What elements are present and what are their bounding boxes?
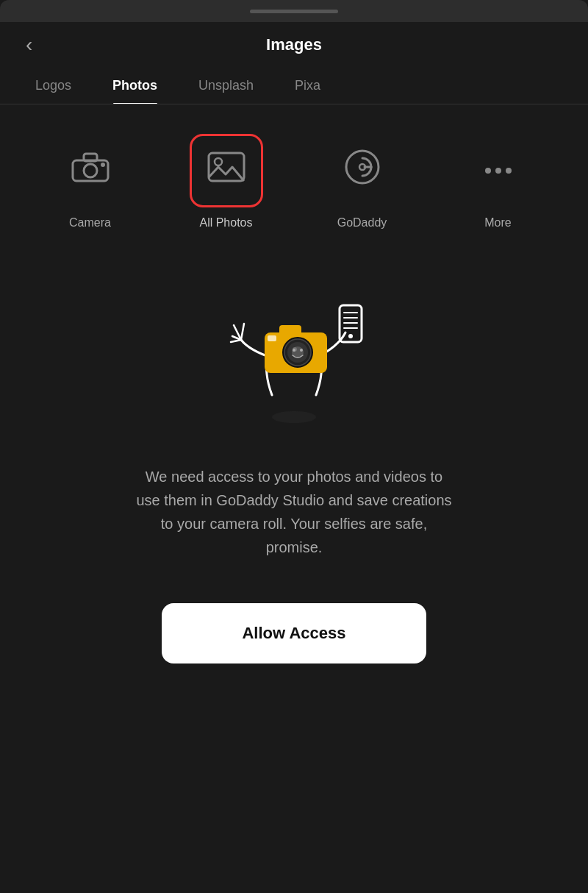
svg-point-5 [215,158,222,166]
camera-icon-wrap [54,134,127,207]
svg-rect-2 [84,154,97,161]
source-label-all-photos: All Photos [199,216,252,230]
svg-point-26 [293,349,295,352]
svg-point-27 [300,349,303,352]
svg-rect-24 [268,335,276,341]
svg-point-3 [101,163,105,167]
svg-line-9 [241,324,244,340]
camera-icon [71,151,110,191]
top-bar-indicator [250,10,338,13]
all-photos-icon-wrap [190,134,263,207]
image-icon [207,149,246,192]
svg-point-17 [348,334,353,338]
source-label-godaddy: GoDaddy [337,216,387,230]
tab-logos[interactable]: Logos [15,69,92,104]
tab-photos[interactable]: Photos [92,69,178,104]
header: ‹ Images [0,22,588,62]
svg-rect-4 [209,153,244,181]
svg-point-6 [359,164,365,170]
dots-icon [485,168,512,174]
source-item-more[interactable]: More [430,134,566,230]
photo-access-illustration [191,263,397,439]
more-icon-wrap [462,134,535,207]
page-title: Images [266,35,322,54]
source-label-camera: Camera [69,216,111,230]
back-button[interactable]: ‹ [22,31,36,59]
svg-rect-23 [279,325,301,335]
tabs: Logos Photos Unsplash Pixa [0,62,588,104]
godaddy-icon-wrap [326,134,399,207]
svg-point-1 [84,164,97,177]
source-label-more: More [484,216,511,230]
tab-unsplash[interactable]: Unsplash [178,69,274,104]
source-item-godaddy[interactable]: GoDaddy [294,134,430,230]
description-text: We need access to your photos and videos… [103,450,485,574]
source-item-all-photos[interactable]: All Photos [158,134,294,230]
top-bar [0,0,588,22]
source-item-camera[interactable]: Camera [22,134,158,230]
illustration-area [0,244,588,450]
svg-line-11 [231,340,241,342]
godaddy-icon [343,148,381,193]
source-grid: Camera All Photos [0,104,588,244]
svg-point-7 [272,411,316,423]
allow-access-button[interactable]: Allow Access [162,603,426,663]
tab-pixa[interactable]: Pixa [274,69,341,104]
